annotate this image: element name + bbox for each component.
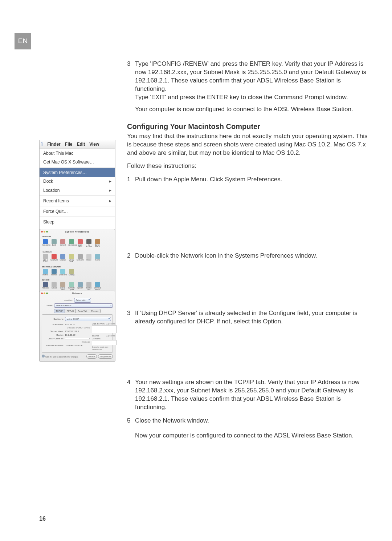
pref-icon-sharing[interactable]: Sharing (68, 269, 75, 276)
router-label: Router: (44, 334, 64, 336)
category-label: Internet & Network (40, 264, 115, 268)
follow-instructions: Follow these instructions: (127, 162, 370, 170)
menubar-item: View (89, 141, 99, 147)
mac-step-5: 5 Close the Network window. (127, 417, 370, 425)
revert-button[interactable]: Revert (86, 354, 97, 359)
configure-popup[interactable]: Using DHCP (65, 317, 111, 321)
pref-icon-quicktime[interactable]: QuickTime (59, 269, 66, 276)
pref-icon-general[interactable]: General (59, 239, 66, 248)
dhcpid-label: DHCP Client ID: (44, 337, 64, 340)
submenu-arrow-icon: ▶ (109, 188, 111, 193)
pref-icon-screen-effects[interactable]: Screen Effects (94, 239, 101, 248)
pref-icon-international[interactable]: International (68, 239, 75, 248)
tab-proxies[interactable]: Proxies (89, 309, 101, 313)
mac-step-1: 1 Pull down the Apple Menu. Click System… (127, 175, 370, 184)
menu-item-location[interactable]: Location▶ (40, 186, 115, 195)
step-number: 4 (127, 378, 135, 412)
figure-system-preferences: System Preferences PersonalAppearanceDoc… (39, 229, 115, 294)
search-input[interactable] (92, 340, 117, 345)
apple-logo-icon:  (41, 141, 43, 148)
mac-step-2: 2 Double-click the Network icon in the S… (127, 252, 370, 260)
location-popup[interactable]: Automatic (74, 298, 91, 302)
router-value: 10.1.28.254 (65, 334, 77, 336)
pref-icon-login-items[interactable]: Login Items (77, 239, 84, 248)
pref-icon-keyboard[interactable]: Keyboard (77, 254, 84, 263)
step-text: Double-click the Network icon in the Sys… (135, 252, 370, 260)
subnet-value: 255.255.252.0 (65, 330, 79, 333)
pref-icon-speech[interactable]: Speech (77, 282, 84, 291)
apply-button[interactable]: Apply Now (98, 354, 113, 359)
close-icon[interactable] (41, 292, 43, 294)
menubar-item: Edit (77, 141, 85, 147)
category-label: Personal (40, 234, 115, 238)
dns-label: DNS Servers (92, 322, 105, 325)
show-popup[interactable]: Built-in Ethernet (54, 303, 113, 308)
pref-icon-mouse[interactable]: Mouse (85, 254, 93, 263)
pref-icon-internet[interactable]: Internet (42, 269, 49, 276)
step-number: 3 (127, 309, 135, 326)
minimize-icon[interactable] (44, 292, 45, 294)
section-intro: You may find that the instructions here … (127, 132, 370, 157)
dns-input[interactable] (92, 325, 117, 333)
pref-icon-network[interactable]: Network (50, 269, 58, 276)
pref-icon-colorsync[interactable]: ColorSync (50, 254, 58, 263)
lock-text: Click the lock to prevent further change… (45, 356, 78, 358)
tab-appletalk[interactable]: AppleTalk (75, 309, 89, 313)
pref-icon-classic[interactable]: Classic (50, 282, 58, 291)
minimize-icon[interactable] (44, 231, 45, 233)
tab-tcpip[interactable]: TCP/IP (54, 309, 65, 313)
window-title: System Preferences (65, 230, 89, 233)
location-label: Location: (64, 299, 72, 302)
pref-icon-displays[interactable]: Displays (59, 254, 66, 263)
prior-step-3: 3 Type 'IPCONFIG /RENEW' and press the E… (127, 60, 370, 102)
step-text-cont: Type 'EXIT' and press the ENTER key to c… (135, 93, 370, 102)
pref-icon-date-time[interactable]: Date & Time (59, 282, 66, 291)
menubar-item: File (65, 141, 73, 147)
submenu-arrow-icon: ▶ (109, 199, 111, 203)
section-title: Configuring Your Macintosh Computer (127, 122, 370, 132)
pref-icon-startup-disk[interactable]: Startup Disk (85, 282, 93, 291)
pref-icon-accounts[interactable]: Accounts (42, 282, 49, 291)
example-label: Example: apple.com (92, 346, 108, 348)
menu-item-recent[interactable]: Recent Items▶ (40, 197, 115, 205)
menu-item-dock[interactable]: Dock▶ (40, 177, 115, 186)
pref-icon-universal-access[interactable]: Universal Access (94, 282, 101, 291)
pref-icon-sound[interactable]: Sound (94, 254, 101, 263)
closing-note: Now your computer is configured to conne… (135, 432, 370, 440)
step-number: 3 (127, 60, 135, 102)
dhcpid-input[interactable] (65, 338, 90, 339)
mac-step-4: 4 Your new settings are shown on the TCP… (127, 378, 370, 412)
close-icon[interactable] (41, 231, 43, 233)
ip-label: IP Address: (44, 323, 64, 326)
step-text: Close the Network window. (135, 417, 370, 425)
pref-icon-software-update[interactable]: Software Update (68, 282, 75, 291)
category-label: System (40, 277, 115, 281)
subnet-label: Subnet Mask: (44, 330, 64, 333)
menu-item-getsoftware[interactable]: Get Mac OS X Software… (40, 158, 115, 166)
pref-icon-energy-saver[interactable]: Energy Saver (68, 254, 75, 263)
show-label: Show: (42, 304, 53, 307)
search-optional: (Optional) (106, 334, 115, 340)
configure-label: Configure: (44, 318, 64, 320)
menu-item-forcequit[interactable]: Force Quit… (40, 207, 115, 216)
pref-icon-appearance[interactable]: Appearance (42, 239, 49, 248)
menu-item-sleep[interactable]: Sleep (40, 218, 115, 226)
step-number: 1 (127, 175, 135, 184)
ip-provided-note: (Provided by DHCP Server) (44, 327, 90, 329)
ethernet-label: Ethernet Address: (44, 344, 64, 347)
lock-icon[interactable] (42, 355, 45, 358)
pref-icon-cds-dvds[interactable]: CDs & DVDs (42, 254, 49, 263)
step-number: 2 (127, 252, 135, 260)
dhcpid-optional: (Optional) (44, 341, 90, 343)
search-label: Search Domains (92, 334, 106, 340)
pref-icon-dock[interactable]: Dock (50, 239, 58, 248)
menu-item-about[interactable]: About This Mac (40, 149, 115, 158)
zoom-icon[interactable] (46, 231, 48, 233)
window-title: Network (72, 292, 82, 295)
menu-item-system-preferences[interactable]: System Preferences… (40, 168, 115, 177)
tabs: TCP/IP PPPoE AppleTalk Proxies (42, 309, 113, 313)
tab-pppoe[interactable]: PPPoE (65, 309, 76, 313)
pref-icon-my-account[interactable]: My Account (85, 239, 93, 248)
page-number: 16 (39, 515, 46, 523)
zoom-icon[interactable] (46, 292, 48, 294)
